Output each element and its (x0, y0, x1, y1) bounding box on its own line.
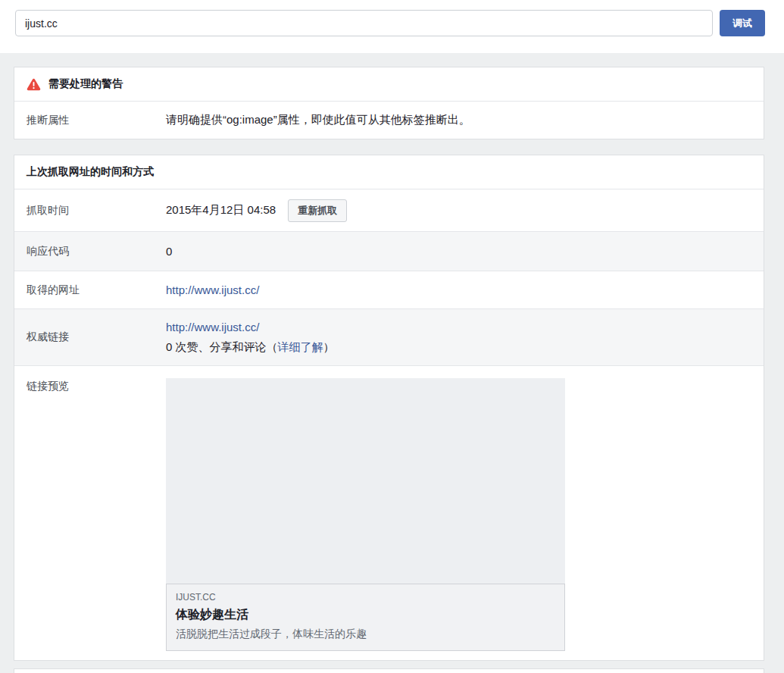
row-crawl-time: 抓取时间 2015年4月12日 04:58 重新抓取 (14, 189, 764, 231)
warnings-card-title: 需要处理的警告 (48, 77, 123, 91)
engagement-stats: 0 次赞、分享和评论（详细了解） (166, 337, 751, 357)
crawl-time-value: 2015年4月12日 04:58 (166, 202, 276, 215)
scrape-again-button[interactable]: 重新抓取 (288, 199, 347, 222)
debug-button[interactable]: 调试 (720, 10, 765, 36)
link-preview-card: IJUST.CC 体验妙趣生活 活脱脱把生活过成段子，体味生活的乐趣 (166, 378, 565, 651)
row-fetched-url: 取得的网址 http://www.ijust.cc/ (14, 271, 764, 308)
crawl-time-label: 抓取时间 (27, 204, 166, 218)
response-code-label: 响应代码 (27, 245, 166, 258)
warnings-card-header: 需要处理的警告 (14, 67, 764, 101)
preview-domain: IJUST.CC (176, 592, 555, 603)
row-link-preview: 链接预览 IJUST.CC 体验妙趣生活 活脱脱把生活过成段子，体味生活的乐趣 (14, 365, 764, 660)
canonical-url-value-wrap: http://www.ijust.cc/ 0 次赞、分享和评论（详细了解） (166, 318, 751, 357)
engagement-stats-suffix: ） (323, 340, 335, 353)
preview-text-area: IJUST.CC 体验妙趣生活 活脱脱把生活过成段子，体味生活的乐趣 (166, 584, 565, 651)
warning-row-inferred-property: 推断属性 请明确提供“og:image”属性，即使此值可从其他标签推断出。 (14, 101, 764, 139)
scrape-info-card: 上次抓取网址的时间和方式 抓取时间 2015年4月12日 04:58 重新抓取 … (14, 155, 764, 661)
learn-more-link[interactable]: 详细了解 (278, 340, 323, 353)
response-code-value: 0 (166, 245, 751, 258)
preview-description: 活脱脱把生活过成段子，体味生活的乐趣 (176, 628, 555, 641)
debugger-topbar: 调试 (0, 0, 784, 53)
url-input[interactable] (15, 10, 713, 36)
link-preview-value-wrap: IJUST.CC 体验妙趣生活 活脱脱把生活过成段子，体味生活的乐趣 (166, 378, 751, 651)
warnings-card: 需要处理的警告 推断属性 请明确提供“og:image”属性，即使此值可从其他标… (14, 67, 764, 139)
warning-row-value: 请明确提供“og:image”属性，即使此值可从其他标签推断出。 (166, 113, 751, 127)
next-section-card-partial (14, 668, 764, 673)
row-response-code: 响应代码 0 (14, 231, 764, 271)
row-canonical-url: 权威链接 http://www.ijust.cc/ 0 次赞、分享和评论（详细了… (14, 308, 764, 365)
fetched-url-value-wrap: http://www.ijust.cc/ (166, 283, 751, 296)
canonical-url-link[interactable]: http://www.ijust.cc/ (166, 321, 259, 333)
warning-row-label: 推断属性 (27, 114, 166, 127)
crawl-time-value-wrap: 2015年4月12日 04:58 重新抓取 (166, 199, 751, 222)
preview-title: 体验妙趣生活 (176, 607, 555, 623)
link-preview-label: 链接预览 (27, 378, 166, 393)
engagement-stats-prefix: 0 次赞、分享和评论（ (166, 340, 278, 353)
results-area: 需要处理的警告 推断属性 请明确提供“og:image”属性，即使此值可从其他标… (0, 53, 784, 673)
scrape-info-card-title: 上次抓取网址的时间和方式 (27, 165, 154, 179)
canonical-url-label: 权威链接 (27, 330, 166, 344)
fetched-url-link[interactable]: http://www.ijust.cc/ (166, 283, 259, 296)
preview-image-placeholder (166, 378, 565, 584)
warning-icon (27, 78, 41, 91)
scrape-info-card-header: 上次抓取网址的时间和方式 (14, 155, 764, 189)
fetched-url-label: 取得的网址 (27, 283, 166, 297)
